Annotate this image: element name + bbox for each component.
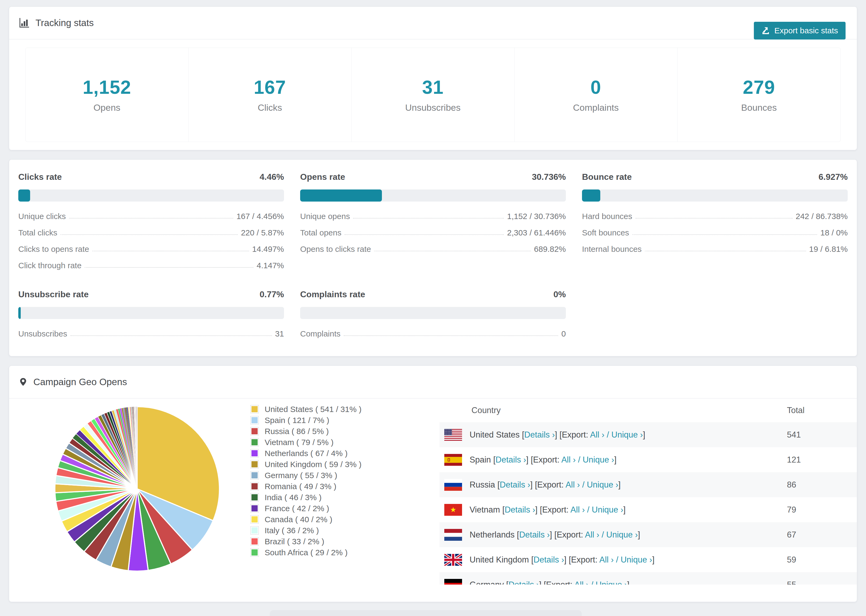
stat-value: 0 bbox=[590, 77, 601, 98]
export-all-link[interactable]: All › bbox=[570, 505, 585, 514]
progress-bar-fill bbox=[300, 190, 382, 201]
legend-item-united-states[interactable]: United States ( 541 / 31% ) bbox=[250, 405, 361, 413]
dotted-leader bbox=[645, 251, 806, 251]
legend-swatch bbox=[250, 416, 259, 424]
country-name: United Kingdom bbox=[469, 555, 529, 564]
dotted-leader bbox=[345, 234, 504, 235]
rate-head: Bounce rate 6.927% bbox=[582, 172, 848, 182]
details-link[interactable]: Details › bbox=[519, 530, 550, 539]
export-unique-link[interactable]: Unique › bbox=[587, 480, 618, 489]
legend-item-spain[interactable]: Spain ( 121 / 7% ) bbox=[250, 416, 361, 424]
rate-rows: Unique opens 1,152 / 30.736% Total opens… bbox=[300, 212, 566, 254]
legend-item-romania[interactable]: Romania ( 49 / 3% ) bbox=[250, 482, 361, 490]
details-link[interactable]: Details › bbox=[534, 555, 564, 564]
rate-row-value: 4.147% bbox=[257, 261, 284, 270]
dotted-leader bbox=[353, 218, 504, 218]
stat-box-clicks: 167 Clicks bbox=[189, 48, 351, 141]
flag-ru-icon bbox=[444, 479, 462, 491]
slash: / bbox=[607, 430, 609, 439]
legend-item-italy[interactable]: Italy ( 36 / 2% ) bbox=[250, 526, 361, 534]
bottom-scrollbar[interactable] bbox=[270, 610, 582, 616]
rate-row-label: Clicks to opens rate bbox=[18, 245, 89, 254]
export-basic-stats-button[interactable]: Export basic stats bbox=[754, 22, 846, 39]
rate-row: Internal bounces 19 / 6.81% bbox=[582, 245, 848, 254]
export-all-link[interactable]: All › bbox=[590, 430, 604, 439]
rate-rows: Hard bounces 242 / 86.738% Soft bounces … bbox=[582, 212, 848, 254]
legend-swatch bbox=[250, 515, 259, 523]
stat-box-opens: 1,152 Opens bbox=[25, 48, 189, 141]
details-link[interactable]: Details › bbox=[505, 505, 535, 514]
flag-gb-icon bbox=[444, 554, 462, 566]
country-name: Vietnam bbox=[469, 505, 500, 514]
rate-row: Soft bounces 18 / 0% bbox=[582, 228, 848, 237]
total-cell: 86 bbox=[787, 480, 796, 490]
geo-table-row-netherlands: Netherlands [Details ›] [Export: All › /… bbox=[439, 522, 857, 547]
legend-label: Italy ( 36 / 2% ) bbox=[265, 526, 319, 535]
geo-table-row-russia: Russia [Details ›] [Export: All › / Uniq… bbox=[439, 472, 857, 497]
stat-value: 167 bbox=[254, 77, 286, 98]
rate-value: 0% bbox=[553, 289, 566, 299]
legend-item-germany[interactable]: Germany ( 55 / 3% ) bbox=[250, 471, 361, 479]
flag-nl-icon bbox=[444, 529, 462, 541]
export-unique-link[interactable]: Unique › bbox=[583, 455, 614, 464]
stat-label: Unsubscribes bbox=[405, 102, 461, 113]
column-header-country: Country bbox=[471, 405, 787, 415]
dotted-leader bbox=[632, 234, 817, 235]
details-link[interactable]: Details › bbox=[509, 580, 539, 585]
legend-item-netherlands[interactable]: Netherlands ( 67 / 4% ) bbox=[250, 449, 361, 457]
export-unique-link[interactable]: Unique › bbox=[621, 555, 652, 564]
legend-item-canada[interactable]: Canada ( 40 / 2% ) bbox=[250, 515, 361, 523]
rate-head: Opens rate 30.736% bbox=[300, 172, 566, 182]
export-unique-link[interactable]: Unique › bbox=[606, 530, 638, 539]
export-all-link[interactable]: All › bbox=[565, 480, 580, 489]
country-name: Netherlands bbox=[469, 530, 515, 539]
export-unique-link[interactable]: Unique › bbox=[592, 505, 623, 514]
geo-opens-title: Campaign Geo Opens bbox=[33, 377, 127, 387]
legend-label: Russia ( 86 / 5% ) bbox=[265, 427, 329, 436]
export-unique-link[interactable]: Unique › bbox=[596, 580, 627, 585]
legend-label: Romania ( 49 / 3% ) bbox=[265, 482, 337, 491]
legend-item-russia[interactable]: Russia ( 86 / 5% ) bbox=[250, 427, 361, 435]
legend-item-south-africa[interactable]: South Africa ( 29 / 2% ) bbox=[250, 548, 361, 556]
geo-table-body: United States [Details ›] [Export: All ›… bbox=[439, 422, 857, 585]
export-unique-link[interactable]: Unique › bbox=[611, 430, 643, 439]
rate-title: Opens rate bbox=[300, 172, 345, 182]
rate-row-label: Complaints bbox=[300, 329, 340, 338]
legend-swatch bbox=[250, 493, 259, 501]
legend-item-vietnam[interactable]: Vietnam ( 79 / 5% ) bbox=[250, 438, 361, 446]
legend-item-india[interactable]: India ( 46 / 3% ) bbox=[250, 493, 361, 501]
details-link[interactable]: Details › bbox=[496, 455, 526, 464]
dotted-leader bbox=[69, 218, 233, 218]
rate-row-value: 167 / 4.456% bbox=[236, 212, 284, 221]
rate-row: Total clicks 220 / 5.87% bbox=[18, 228, 284, 237]
export-all-link[interactable]: All › bbox=[585, 530, 599, 539]
dotted-leader bbox=[71, 335, 272, 336]
export-all-link[interactable]: All › bbox=[574, 580, 589, 585]
rate-head: Complaints rate 0% bbox=[300, 289, 566, 299]
legend-item-united-kingdom[interactable]: United Kingdom ( 59 / 3% ) bbox=[250, 460, 361, 468]
rates-card: Clicks rate 4.46% Unique clicks 167 / 4.… bbox=[9, 159, 857, 357]
rate-row: Click through rate 4.147% bbox=[18, 261, 284, 270]
stat-label: Opens bbox=[93, 102, 120, 113]
dotted-leader bbox=[85, 267, 254, 268]
legend-swatch bbox=[250, 526, 259, 534]
legend-swatch bbox=[250, 482, 259, 490]
country-cell: United Kingdom [Details ›] [Export: All … bbox=[469, 555, 787, 565]
legend-label: Spain ( 121 / 7% ) bbox=[265, 416, 329, 425]
rates-grid: Clicks rate 4.46% Unique clicks 167 / 4.… bbox=[9, 160, 857, 356]
rate-rows: Unique clicks 167 / 4.456% Total clicks … bbox=[18, 212, 284, 270]
export-all-link[interactable]: All › bbox=[561, 455, 576, 464]
tracking-stats-header: Tracking stats Export basic stats bbox=[9, 7, 857, 39]
stats-grid: 1,152 Opens167 Clicks31 Unsubscribes0 Co… bbox=[25, 47, 841, 142]
details-link[interactable]: Details › bbox=[524, 430, 555, 439]
export-all-link[interactable]: All › bbox=[599, 555, 614, 564]
legend-swatch bbox=[250, 460, 259, 468]
legend-item-brazil[interactable]: Brazil ( 33 / 2% ) bbox=[250, 537, 361, 545]
slash: / bbox=[582, 480, 585, 489]
legend-item-france[interactable]: France ( 42 / 2% ) bbox=[250, 504, 361, 512]
dotted-leader bbox=[60, 234, 238, 235]
details-link[interactable]: Details › bbox=[500, 480, 531, 489]
slash: / bbox=[578, 455, 580, 464]
stats-wrap: 1,152 Opens167 Clicks31 Unsubscribes0 Co… bbox=[9, 39, 857, 150]
stat-box-bounces: 279 Bounces bbox=[677, 48, 841, 141]
